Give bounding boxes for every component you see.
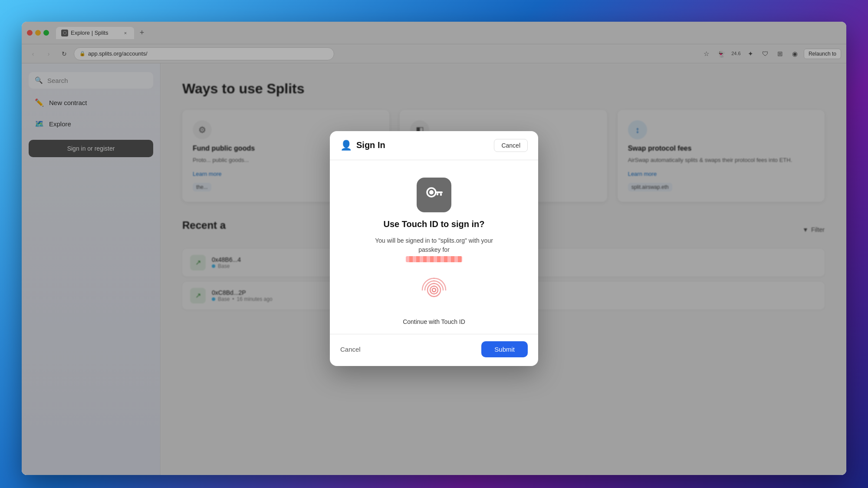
modal-header-left: 👤 Sign In (340, 140, 385, 151)
modal-footer-cancel-button[interactable]: Cancel (340, 346, 361, 353)
key-icon (424, 185, 444, 205)
svg-rect-4 (437, 193, 438, 195)
modal-body: Use Touch ID to sign in? You will be sig… (330, 160, 538, 334)
touch-id-description: You will be signed in to "splits.org" wi… (365, 236, 503, 264)
browser-window: ⬡ Explore | Splits × + ‹ › ↻ 🔒 app.split… (22, 22, 846, 475)
modal-submit-button[interactable]: Submit (481, 341, 528, 357)
content-area: 🔍 Search ✏️ New contract 🗺️ Explore Sign… (22, 63, 846, 475)
svg-point-5 (432, 288, 436, 292)
modal-header: 👤 Sign In Cancel (330, 131, 538, 160)
modal-footer: Cancel Submit (330, 334, 538, 366)
sign-in-modal: 👤 Sign In Cancel (330, 131, 538, 366)
touch-id-title: Use Touch ID to sign in? (384, 219, 485, 229)
fingerprint-container (419, 274, 449, 306)
continue-touch-id-label: Continue with Touch ID (403, 318, 465, 325)
key-icon-container (417, 178, 451, 212)
fingerprint-icon (419, 274, 449, 304)
svg-rect-2 (435, 191, 443, 193)
modal-header-cancel-button[interactable]: Cancel (494, 139, 528, 152)
svg-point-1 (429, 190, 434, 195)
person-icon: 👤 (340, 140, 352, 151)
svg-rect-3 (440, 193, 442, 196)
modal-title: Sign In (356, 140, 385, 150)
modal-overlay: 👤 Sign In Cancel (22, 63, 846, 475)
passkey-blur (406, 256, 462, 262)
